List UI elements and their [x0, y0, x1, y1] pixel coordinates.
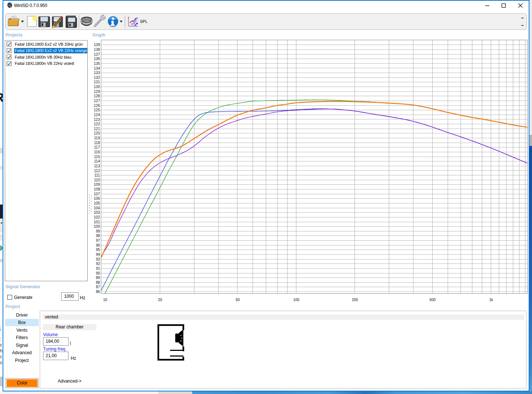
svg-text:115: 115: [94, 155, 100, 159]
svg-text:112: 112: [94, 169, 100, 173]
svg-text:111: 111: [94, 173, 100, 177]
svg-text:135: 135: [94, 62, 100, 66]
svg-text:126: 126: [94, 104, 100, 108]
svg-text:102: 102: [94, 215, 100, 219]
svg-text:117: 117: [94, 145, 100, 149]
svg-text:104: 104: [94, 206, 100, 210]
svg-text:123: 123: [94, 118, 100, 122]
svg-text:110: 110: [94, 178, 100, 182]
svg-text:108: 108: [94, 187, 100, 191]
svg-text:131: 131: [94, 80, 100, 84]
svg-text:134: 134: [94, 66, 100, 70]
svg-text:106: 106: [94, 196, 100, 201]
svg-text:113: 113: [94, 164, 100, 168]
svg-text:103: 103: [94, 210, 100, 215]
svg-text:132: 132: [94, 76, 100, 80]
svg-text:139: 139: [94, 43, 100, 47]
svg-text:121: 121: [94, 127, 100, 131]
svg-text:91: 91: [96, 266, 100, 271]
svg-text:97: 97: [96, 238, 100, 243]
svg-text:92: 92: [96, 262, 100, 266]
svg-text:105: 105: [94, 201, 100, 205]
svg-text:133: 133: [94, 71, 100, 75]
svg-text:125: 125: [94, 108, 100, 112]
svg-text:122: 122: [94, 122, 100, 126]
svg-text:50: 50: [236, 298, 240, 302]
svg-text:10: 10: [103, 298, 108, 302]
svg-text:107: 107: [94, 192, 100, 196]
svg-text:98: 98: [96, 234, 100, 238]
svg-text:88: 88: [96, 280, 100, 285]
svg-text:109: 109: [94, 182, 100, 186]
svg-text:89: 89: [96, 276, 100, 280]
svg-text:101: 101: [94, 220, 100, 224]
svg-text:114: 114: [94, 159, 100, 163]
svg-text:130: 130: [94, 85, 100, 89]
svg-text:129: 129: [94, 90, 100, 94]
svg-text:20: 20: [158, 298, 162, 302]
svg-text:87: 87: [96, 285, 100, 289]
svg-text:95: 95: [96, 248, 100, 252]
svg-text:96: 96: [96, 243, 100, 247]
svg-text:86: 86: [96, 290, 100, 294]
svg-text:138: 138: [94, 48, 100, 52]
svg-text:94: 94: [96, 252, 100, 257]
svg-text:127: 127: [94, 99, 100, 103]
svg-text:118: 118: [94, 141, 100, 145]
svg-text:116: 116: [94, 150, 100, 154]
svg-text:100: 100: [293, 298, 299, 302]
svg-text:500: 500: [429, 298, 436, 302]
svg-text:119: 119: [94, 136, 100, 140]
svg-text:90: 90: [96, 271, 100, 275]
svg-text:120: 120: [94, 131, 100, 135]
svg-text:93: 93: [96, 257, 100, 261]
svg-text:136: 136: [94, 57, 100, 61]
svg-text:100: 100: [94, 224, 100, 229]
svg-text:128: 128: [94, 94, 100, 98]
svg-text:1k: 1k: [489, 298, 494, 302]
svg-text:124: 124: [94, 113, 100, 117]
svg-text:137: 137: [94, 52, 100, 56]
svg-text:200: 200: [352, 298, 358, 302]
svg-text:99: 99: [96, 229, 100, 233]
